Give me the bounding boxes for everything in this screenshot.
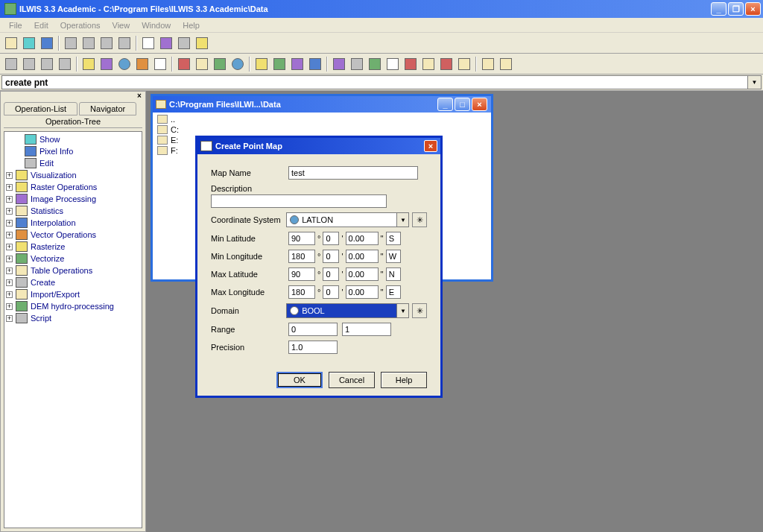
- tool-props[interactable]: [116, 35, 133, 51]
- menu-file[interactable]: File: [3, 19, 28, 31]
- input-minlon-min[interactable]: [323, 250, 339, 263]
- tb-18[interactable]: [331, 56, 347, 72]
- create-coordsys-button[interactable]: ✳: [412, 212, 427, 227]
- expand-icon[interactable]: +: [6, 315, 13, 322]
- tb-13[interactable]: [229, 56, 246, 72]
- select-domain[interactable]: BOOL ▼: [286, 303, 409, 318]
- catalog-minimize[interactable]: _: [437, 98, 453, 111]
- expand-icon[interactable]: +: [6, 196, 13, 203]
- input-maxlat-sec[interactable]: [346, 267, 379, 281]
- menu-window[interactable]: Window: [136, 19, 177, 31]
- expand-icon[interactable]: +: [6, 279, 13, 286]
- select-minlon-hemi[interactable]: W: [386, 250, 401, 263]
- catalog-entry[interactable]: C:: [157, 124, 487, 135]
- expand-icon[interactable]: +: [6, 232, 13, 238]
- input-range-from[interactable]: [288, 323, 338, 336]
- menu-help[interactable]: Help: [177, 19, 206, 31]
- input-maxlon-min[interactable]: [323, 285, 339, 299]
- tree-item[interactable]: +Create: [6, 276, 140, 288]
- tb-25[interactable]: [456, 56, 472, 72]
- tool-open[interactable]: [3, 35, 19, 51]
- tb-19[interactable]: [349, 56, 365, 72]
- input-maxlat-min[interactable]: [323, 267, 339, 281]
- tb-9[interactable]: [152, 56, 168, 72]
- tool-script[interactable]: [140, 35, 156, 51]
- tb-27[interactable]: [498, 56, 514, 72]
- tool-display[interactable]: [21, 35, 37, 51]
- dialog-titlebar[interactable]: Create Point Map ×: [197, 138, 440, 154]
- ok-button[interactable]: OK: [276, 372, 323, 388]
- tree-item[interactable]: +Script: [6, 312, 140, 324]
- catalog-close[interactable]: ×: [472, 98, 487, 111]
- input-minlon-deg[interactable]: [288, 250, 315, 263]
- tree-item[interactable]: +Image Processing: [6, 193, 140, 205]
- expand-icon[interactable]: +: [6, 220, 13, 227]
- select-maxlat-hemi[interactable]: N: [386, 267, 401, 281]
- tb-16[interactable]: [289, 56, 305, 72]
- input-maxlat-deg[interactable]: [288, 267, 315, 281]
- tool-detail[interactable]: [194, 35, 210, 51]
- expand-icon[interactable]: +: [6, 256, 13, 262]
- restore-button[interactable]: ❐: [728, 2, 744, 16]
- help-button[interactable]: Help: [381, 372, 427, 388]
- tb-24[interactable]: [438, 56, 455, 72]
- tool-list[interactable]: [176, 35, 192, 51]
- select-minlat-hemi[interactable]: S: [386, 232, 401, 245]
- tab-navigator[interactable]: Navigator: [79, 102, 136, 115]
- tb-10[interactable]: [176, 56, 192, 72]
- tb-5[interactable]: [80, 56, 97, 72]
- input-maxlon-deg[interactable]: [288, 285, 315, 299]
- input-minlat-sec[interactable]: [346, 232, 379, 245]
- menu-view[interactable]: View: [107, 19, 136, 31]
- expand-icon[interactable]: +: [6, 208, 13, 215]
- minimize-button[interactable]: _: [711, 2, 726, 16]
- tb-20[interactable]: [367, 56, 383, 72]
- catalog-maximize[interactable]: □: [455, 98, 470, 111]
- tool-delete[interactable]: [98, 35, 115, 51]
- expand-icon[interactable]: +: [6, 244, 13, 250]
- expand-icon[interactable]: +: [6, 291, 13, 298]
- expand-icon[interactable]: +: [6, 172, 13, 179]
- tb-8[interactable]: [134, 56, 151, 72]
- input-minlon-sec[interactable]: [346, 250, 379, 263]
- tb-6[interactable]: [98, 56, 115, 72]
- select-coordsys[interactable]: LATLON ▼: [286, 212, 409, 227]
- tb-7[interactable]: [116, 56, 133, 72]
- expand-icon[interactable]: +: [6, 267, 13, 274]
- expand-icon[interactable]: +: [6, 303, 13, 310]
- tree-item[interactable]: +Visualization: [6, 169, 140, 181]
- tb-26[interactable]: [480, 56, 496, 72]
- tree-item[interactable]: +Vectorize: [6, 253, 140, 265]
- input-maxlon-sec[interactable]: [346, 285, 379, 299]
- tb-22[interactable]: [402, 56, 419, 72]
- tb-2[interactable]: [21, 56, 37, 72]
- expand-icon[interactable]: +: [6, 184, 13, 191]
- sidebar-close[interactable]: ×: [135, 92, 144, 101]
- tb-4[interactable]: [57, 56, 73, 72]
- tb-23[interactable]: [420, 56, 437, 72]
- tb-12[interactable]: [212, 56, 228, 72]
- dialog-close[interactable]: ×: [424, 140, 437, 152]
- tree-item[interactable]: +Raster Operations: [6, 181, 140, 193]
- tb-3[interactable]: [39, 56, 55, 72]
- menu-operations[interactable]: Operations: [54, 19, 107, 31]
- tool-map[interactable]: [158, 35, 174, 51]
- operation-tree[interactable]: ShowPixel InfoEdit+Visualization+Raster …: [4, 131, 142, 528]
- tb-11[interactable]: [194, 56, 210, 72]
- tree-item[interactable]: +Table Operations: [6, 265, 140, 276]
- tree-item[interactable]: +Interpolation: [6, 217, 140, 229]
- tree-item[interactable]: +DEM hydro-processing: [6, 300, 140, 312]
- input-precision[interactable]: [288, 341, 338, 354]
- tree-item[interactable]: +Statistics: [6, 205, 140, 217]
- tb-14[interactable]: [253, 56, 270, 72]
- tb-21[interactable]: [384, 56, 401, 72]
- tb-15[interactable]: [271, 56, 288, 72]
- tool-info[interactable]: [39, 35, 55, 51]
- tab-operation-list[interactable]: Operation-List: [4, 102, 77, 115]
- close-button[interactable]: ×: [745, 2, 761, 16]
- tb-1[interactable]: [3, 56, 19, 72]
- catalog-entry[interactable]: ..: [157, 114, 487, 124]
- tree-item[interactable]: +Import/Export: [6, 288, 140, 300]
- tree-item[interactable]: +Rasterize: [6, 241, 140, 253]
- command-input[interactable]: [1, 75, 748, 89]
